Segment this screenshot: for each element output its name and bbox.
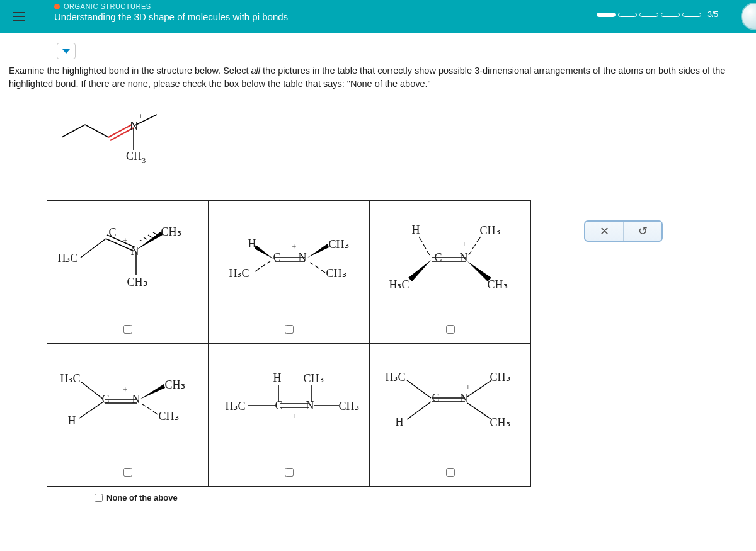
svg-line-0 xyxy=(62,125,85,137)
option-1-checkbox[interactable] xyxy=(123,325,132,334)
reset-button[interactable]: ↺ xyxy=(624,222,662,241)
option-4-checkbox[interactable] xyxy=(123,468,132,477)
svg-line-27 xyxy=(419,237,422,242)
svg-line-10 xyxy=(140,240,142,241)
hamburger-icon xyxy=(13,12,25,21)
svg-line-42 xyxy=(153,411,158,414)
svg-line-54 xyxy=(467,403,491,419)
option-2-checkbox[interactable] xyxy=(285,325,294,334)
svg-line-41 xyxy=(147,407,151,410)
svg-line-26 xyxy=(423,244,426,249)
option-cell-3: H H₃C C N + CH₃ CH₃ xyxy=(370,201,530,343)
svg-line-32 xyxy=(472,244,476,249)
menu-button[interactable] xyxy=(6,0,32,33)
svg-line-49 xyxy=(407,380,431,398)
none-of-above-checkbox[interactable] xyxy=(94,494,103,502)
svg-marker-21 xyxy=(307,244,329,258)
option-cell-5: H₃C H CH₃ C N + CH₃ xyxy=(209,344,369,486)
svg-line-17 xyxy=(261,264,265,267)
option-cell-6: H₃C H C N + CH₃ CH₃ xyxy=(370,344,530,486)
svg-line-50 xyxy=(407,402,431,419)
reference-structure: N + CH3 xyxy=(57,106,183,181)
progress-seg xyxy=(682,13,701,17)
subject-label: ORGANIC STRUCTURES xyxy=(64,3,151,10)
svg-line-23 xyxy=(315,266,319,268)
svg-line-18 xyxy=(255,268,260,271)
question-text: Examine the highlighted bond in the stru… xyxy=(6,64,756,91)
structure-svg xyxy=(57,106,183,181)
option-6-checkbox[interactable] xyxy=(446,468,455,477)
title-block: ORGANIC STRUCTURES Understanding the 3D … xyxy=(32,0,294,22)
subject-dot-icon xyxy=(54,4,60,9)
close-icon: ✕ xyxy=(600,224,609,238)
progress-seg xyxy=(661,13,680,17)
svg-marker-39 xyxy=(140,384,165,399)
progress-text: 3/5 xyxy=(707,10,718,19)
top-bar: ORGANIC STRUCTURES Understanding the 3D … xyxy=(0,0,756,33)
svg-line-22 xyxy=(310,263,313,264)
svg-marker-28 xyxy=(408,260,431,281)
svg-line-36 xyxy=(79,402,103,418)
close-button[interactable]: ✕ xyxy=(585,222,623,241)
option-cell-4: H₃C H C N + CH₃ CH₃ xyxy=(47,344,208,486)
svg-line-35 xyxy=(81,382,103,399)
reset-icon: ↺ xyxy=(638,224,648,238)
option-5-checkbox[interactable] xyxy=(285,468,294,477)
options-table: H₃C C N + CH₃ CH₃ xyxy=(47,200,531,487)
option-cell-2: H H₃C C N + CH₃ CH₃ xyxy=(209,201,369,343)
svg-line-11 xyxy=(144,237,147,239)
option-cell-1: H₃C C N + CH₃ CH₃ xyxy=(47,201,208,343)
svg-line-33 xyxy=(477,237,481,242)
svg-line-25 xyxy=(427,251,430,255)
avatar[interactable] xyxy=(741,3,756,30)
progress-seg xyxy=(597,13,616,17)
option-3-checkbox[interactable] xyxy=(446,325,455,334)
lesson-title: Understanding the 3D shape of molecules … xyxy=(54,11,288,22)
svg-line-24 xyxy=(321,270,325,273)
progress-seg xyxy=(618,13,637,17)
svg-line-40 xyxy=(142,404,146,406)
svg-line-12 xyxy=(148,235,152,237)
svg-line-1 xyxy=(85,125,108,137)
svg-line-16 xyxy=(267,261,270,263)
svg-line-13 xyxy=(153,232,158,235)
svg-line-6 xyxy=(81,239,106,258)
chevron-down-icon xyxy=(62,49,70,54)
svg-marker-9 xyxy=(136,231,163,250)
label-n: N xyxy=(130,120,138,133)
progress-indicator: 3/5 xyxy=(597,10,718,19)
label-plus: + xyxy=(139,112,143,122)
svg-line-53 xyxy=(467,380,491,397)
label-ch3: CH3 xyxy=(126,150,146,166)
svg-line-31 xyxy=(469,251,471,255)
tool-buttons: ✕ ↺ xyxy=(584,220,663,242)
expand-toggle[interactable] xyxy=(57,43,76,59)
none-of-above-label: None of the above xyxy=(106,493,178,503)
svg-marker-15 xyxy=(255,245,273,259)
none-of-above-row: None of the above xyxy=(94,493,531,503)
progress-seg xyxy=(639,13,658,17)
